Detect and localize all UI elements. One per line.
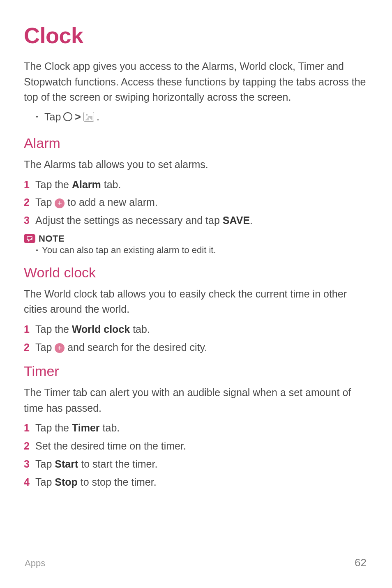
step-number: 1 xyxy=(24,420,31,436)
page-title: Clock xyxy=(24,23,368,48)
intro-timer: The Timer tab can alert you with an audi… xyxy=(24,385,368,416)
bullet-icon xyxy=(36,249,38,251)
section-timer: Timer The Timer tab can alert you with a… xyxy=(24,363,368,490)
nav-period: . xyxy=(97,109,99,125)
heading-world-clock: World clock xyxy=(24,265,368,281)
step-text: Tap + to add a new alarm. xyxy=(35,194,158,210)
step-number: 3 xyxy=(24,456,31,472)
step-text: Tap Stop to stop the timer. xyxy=(35,474,157,490)
step-row: 2 Set the desired time on the timer. xyxy=(24,438,368,454)
step-row: 1 Tap the Alarm tab. xyxy=(24,177,368,193)
bullet-icon xyxy=(36,116,38,118)
step-row: 1 Tap the World clock tab. xyxy=(24,321,368,337)
note-badge-icon xyxy=(24,234,35,243)
step-text: Tap the Timer tab. xyxy=(35,420,120,436)
step-text: Adjust the settings as necessary and tap… xyxy=(35,212,253,228)
app-picture-icon xyxy=(83,112,94,122)
step-number: 2 xyxy=(24,339,31,355)
heading-alarm: Alarm xyxy=(24,135,368,151)
note-header: NOTE xyxy=(24,233,368,244)
plus-icon: + xyxy=(55,198,65,208)
plus-icon: + xyxy=(55,343,65,353)
step-number: 2 xyxy=(24,438,31,454)
step-row: 3 Tap Start to start the timer. xyxy=(24,456,368,472)
step-text: Tap the Alarm tab. xyxy=(35,177,121,193)
step-row: 4 Tap Stop to stop the timer. xyxy=(24,474,368,490)
footer-section-label: Apps xyxy=(25,558,45,569)
step-number: 3 xyxy=(24,212,31,228)
step-number: 4 xyxy=(24,474,31,490)
step-row: 1 Tap the Timer tab. xyxy=(24,420,368,436)
page-footer: Apps 62 xyxy=(25,556,367,569)
step-number: 1 xyxy=(24,177,31,193)
note-label: NOTE xyxy=(39,233,65,244)
section-world-clock: World clock The World clock tab allows y… xyxy=(24,265,368,355)
nav-prefix: Tap xyxy=(44,109,61,125)
home-circle-icon xyxy=(63,112,72,121)
intro-paragraph: The Clock app gives you access to the Al… xyxy=(24,59,368,105)
nav-instruction: Tap > . xyxy=(24,109,368,125)
note-text: You can also tap an existing alarm to ed… xyxy=(24,245,368,256)
chevron-right-icon: > xyxy=(75,109,81,125)
step-row: 2 Tap + to add a new alarm. xyxy=(24,194,368,210)
step-text: Tap the World clock tab. xyxy=(35,321,150,337)
step-text: Tap + and search for the desired city. xyxy=(35,339,207,355)
section-alarm: Alarm The Alarms tab allows you to set a… xyxy=(24,135,368,256)
step-row: 2 Tap + and search for the desired city. xyxy=(24,339,368,355)
step-text: Tap Start to start the timer. xyxy=(35,456,157,472)
step-text: Set the desired time on the timer. xyxy=(35,438,186,454)
page-number: 62 xyxy=(355,556,367,569)
step-number: 2 xyxy=(24,194,31,210)
intro-alarm: The Alarms tab allows you to set alarms. xyxy=(24,157,368,173)
step-number: 1 xyxy=(24,321,31,337)
heading-timer: Timer xyxy=(24,363,368,379)
intro-world-clock: The World clock tab allows you to easily… xyxy=(24,286,368,317)
step-row: 3 Adjust the settings as necessary and t… xyxy=(24,212,368,228)
